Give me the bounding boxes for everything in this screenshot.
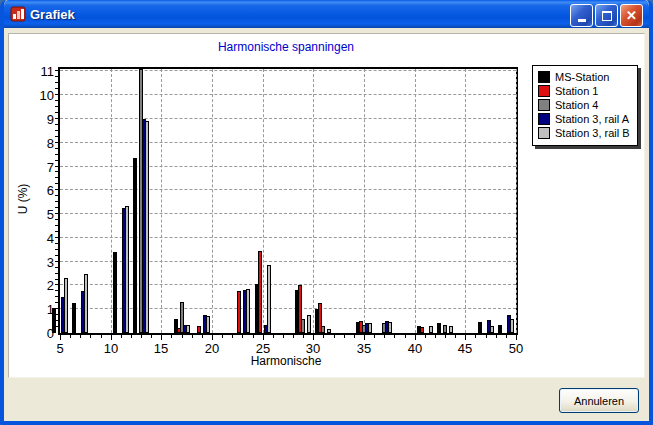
y-tick-label: 9	[24, 112, 54, 127]
x-tick	[70, 333, 71, 338]
y-tick	[55, 160, 58, 161]
h-gridline	[60, 166, 516, 167]
x-tick	[293, 333, 294, 338]
x-tick	[313, 333, 314, 340]
y-tick-label: 4	[24, 231, 54, 246]
bar-ms-station	[133, 158, 137, 333]
h-gridline	[60, 189, 516, 190]
y-tick	[55, 171, 58, 172]
dialog-body: Harmonische spanningen 51015202530354045…	[4, 28, 649, 421]
v-gridline	[161, 69, 162, 333]
x-tick	[212, 333, 213, 340]
y-tick	[55, 142, 58, 143]
legend-swatch-icon	[538, 99, 550, 111]
bar-station-3-rail-b	[490, 326, 494, 333]
x-tick	[273, 333, 274, 338]
x-tick	[425, 333, 426, 338]
y-tick-label: 3	[24, 255, 54, 270]
y-tick	[55, 290, 58, 291]
x-tick	[222, 333, 223, 338]
legend: MS-StationStation 1Station 4Station 3, r…	[532, 65, 638, 146]
x-tick	[415, 333, 416, 340]
x-tick	[141, 333, 142, 338]
y-tick	[55, 279, 58, 280]
y-tick	[55, 88, 58, 89]
v-gridline	[465, 69, 466, 333]
y-tick-label: 2	[24, 278, 54, 293]
y-axis-title: U (%)	[16, 184, 30, 215]
x-tick	[445, 333, 446, 338]
y-tick	[55, 296, 58, 297]
x-tick	[405, 333, 406, 338]
y-tick	[55, 225, 58, 226]
x-tick	[101, 333, 102, 338]
y-tick	[55, 201, 58, 202]
y-tick-label: 1	[24, 302, 54, 317]
v-gridline	[212, 69, 213, 333]
legend-item: Station 4	[538, 98, 630, 112]
x-tick	[182, 333, 183, 338]
bar-ms-station	[478, 322, 482, 333]
x-tick	[80, 333, 81, 338]
bar-ms-station	[52, 308, 56, 333]
x-tick	[323, 333, 324, 338]
x-tick	[354, 333, 355, 338]
y-tick	[55, 237, 58, 238]
app-icon	[10, 6, 26, 22]
x-tick	[161, 333, 162, 340]
bar-station-4	[321, 326, 325, 333]
close-button[interactable]: ✕	[620, 4, 643, 27]
v-gridline	[415, 69, 416, 333]
y-tick	[55, 136, 58, 137]
x-tick	[111, 333, 112, 340]
bar-station-3-rail-b	[267, 265, 271, 333]
button-bar: Annuleren	[559, 388, 639, 413]
bar-station-3-rail-b	[186, 325, 190, 333]
maximize-icon	[602, 11, 612, 21]
y-tick	[55, 130, 58, 131]
legend-item: Station 1	[538, 84, 630, 98]
x-axis-title: Harmonische	[58, 354, 514, 368]
x-tick	[90, 333, 91, 338]
x-tick	[334, 333, 335, 338]
annuleren-button[interactable]: Annuleren	[559, 388, 639, 413]
bar-station-3-rail-b	[449, 326, 453, 333]
y-tick	[55, 106, 58, 107]
x-tick	[384, 333, 385, 338]
maximize-button[interactable]	[595, 4, 618, 27]
y-tick	[55, 243, 58, 244]
chart-title: Harmonische spanningen	[58, 40, 514, 54]
x-tick	[465, 333, 466, 340]
bar-station-3-rail-b	[206, 316, 210, 333]
y-tick	[55, 189, 58, 190]
y-tick	[55, 177, 58, 178]
v-gridline	[263, 69, 264, 333]
bar-station-3-rail-b	[327, 329, 331, 333]
y-tick	[55, 195, 58, 196]
legend-swatch-icon	[538, 85, 550, 97]
bar-station-1	[197, 326, 201, 333]
legend-item: Station 3, rail A	[538, 112, 630, 126]
y-tick	[55, 231, 58, 232]
x-tick	[263, 333, 264, 340]
y-tick-label: 11	[24, 64, 54, 79]
bar-station-4	[301, 319, 305, 333]
minimize-button[interactable]	[570, 4, 593, 27]
x-tick	[121, 333, 122, 338]
legend-item: MS-Station	[538, 70, 630, 84]
y-tick	[55, 154, 58, 155]
legend-swatch-icon	[538, 127, 550, 139]
title-bar[interactable]: Grafiek ✕	[4, 0, 649, 28]
legend-label: Station 4	[555, 99, 598, 111]
h-gridline	[60, 94, 516, 95]
minimize-icon	[578, 19, 586, 22]
x-tick	[283, 333, 284, 338]
bar-station-3-rail-b	[307, 315, 311, 333]
y-tick	[55, 118, 58, 119]
bar-ms-station	[498, 325, 502, 333]
bar-station-4	[443, 325, 447, 333]
bar-station-3-rail-b	[429, 326, 433, 333]
legend-swatch-icon	[538, 113, 550, 125]
bar-station-3-rail-b	[368, 323, 372, 333]
bar-ms-station	[113, 252, 117, 333]
